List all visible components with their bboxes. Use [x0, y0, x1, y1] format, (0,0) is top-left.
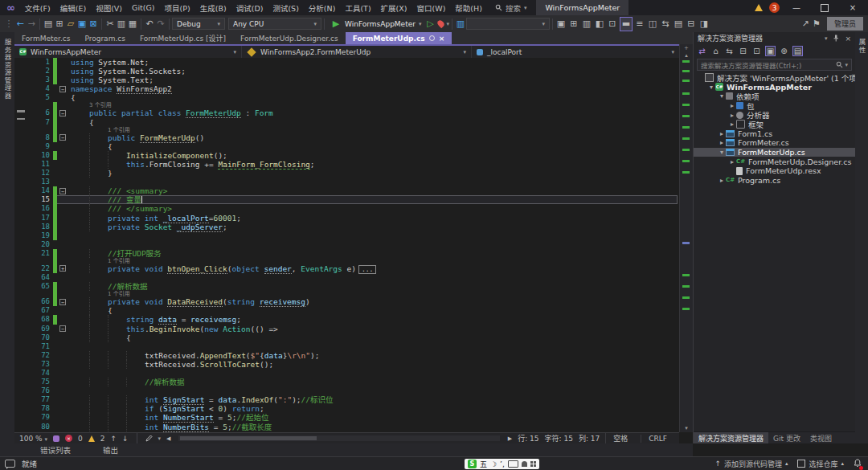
code-line[interactable]: 7{ [14, 118, 679, 127]
panel-tab[interactable]: 解决方案资源管理器 [694, 432, 768, 443]
code-line[interactable]: 71 [14, 342, 679, 351]
project-dropdown[interactable]: C# WinFormsAppMeter▾ [14, 46, 242, 58]
code-line[interactable]: 73txtReceived.ScrollToCaret(); [14, 360, 679, 369]
prev-issue-arrow[interactable]: ↑ [110, 435, 117, 443]
ime-menu-icon[interactable] [530, 461, 536, 467]
solution-search-box[interactable]: 搜索解决方案资源管理器(Ctrl+;) ▾ [697, 59, 852, 71]
tree-item[interactable]: ▸分析器 [694, 110, 855, 120]
editor-scrollbar[interactable]: + ▴ ▾ [679, 44, 693, 432]
hscroll-right-arrow[interactable]: ▶ [508, 435, 512, 442]
open-file-icon[interactable]: ▱ [65, 18, 76, 31]
notifications-bell[interactable] [854, 459, 862, 469]
zoom-level-dropdown[interactable]: 100 % ▾ [19, 435, 47, 443]
pencil-icon[interactable] [145, 435, 153, 442]
code-line[interactable]: 19 [14, 231, 679, 240]
feedback-icon[interactable]: ⚑ [811, 18, 822, 31]
refresh-icon[interactable]: ⊕ [779, 46, 789, 56]
code-line[interactable]: 21//打开UDP服务 [14, 249, 679, 258]
codelens-references[interactable]: 1 个引用 [108, 127, 130, 133]
navigate-back-icon[interactable]: ← [14, 18, 26, 31]
code-line[interactable]: 15/// 变量 [14, 195, 679, 204]
expander-icon[interactable]: ▾ [718, 149, 726, 156]
menu-item[interactable]: 调试(D) [231, 2, 268, 14]
panel-tab[interactable]: Git 更改 [768, 432, 805, 443]
search-box[interactable]: 搜索 ▾ [495, 2, 527, 14]
menu-item[interactable]: 编辑(E) [55, 2, 91, 14]
grip-handle[interactable]: ⋮ [3, 18, 14, 31]
code-line[interactable]: 80int NumberBits = 5;//截取长度 [14, 423, 679, 431]
code-line[interactable]: 8−public FormMeterUdp() [14, 133, 679, 142]
toolbar-icon[interactable]: ◫ [647, 18, 658, 31]
copy-icon[interactable]: ▥ [116, 18, 127, 31]
code-line[interactable]: 9{ [14, 142, 679, 151]
code-line[interactable]: 2using System.Net.Sockets; [14, 67, 679, 76]
solution-configuration-dropdown[interactable]: Debug▾ [172, 18, 225, 30]
fold-marker[interactable]: + [59, 265, 66, 272]
editor-tab[interactable]: FormMeter.cs [14, 32, 77, 44]
add-to-source-control-button[interactable]: ↑ 添加到源代码管理 ▴ [714, 459, 788, 469]
scroll-down-arrow[interactable]: ▾ [680, 425, 693, 431]
fold-marker[interactable]: − [59, 299, 66, 305]
toolbar-icon[interactable]: ▬ [620, 17, 633, 31]
indentation-indicator[interactable]: 空格 [605, 433, 635, 443]
restore-button[interactable] [821, 4, 829, 12]
code-line[interactable]: 74 [14, 369, 679, 378]
fold-marker[interactable]: − [59, 134, 66, 141]
account-icon[interactable] [522, 461, 527, 467]
expander-icon[interactable]: ▾ [718, 92, 726, 100]
code-line[interactable]: 6−public partial class FormMeterUdp : Fo… [14, 108, 679, 117]
share-icon[interactable]: ↗ [800, 18, 811, 31]
menu-item[interactable]: 扩展(X) [376, 2, 412, 14]
cut-icon[interactable]: ✂ [104, 18, 116, 31]
window-position-dropdown[interactable]: ▾ [825, 35, 828, 42]
code-line[interactable]: 66−private void DataReceived(string rece… [14, 297, 679, 306]
menu-item[interactable]: 项目(P) [160, 2, 195, 14]
sync-with-active-document-icon[interactable]: ⇆ [724, 46, 735, 56]
code-line[interactable]: 5{ [14, 93, 679, 102]
bottom-tab[interactable]: 错误列表 [40, 444, 71, 456]
warning-icon[interactable] [755, 4, 763, 11]
menu-item[interactable]: 窗口(W) [412, 2, 451, 14]
server-explorer-tab[interactable]: 服务器资源管理器 [2, 39, 12, 100]
code-line[interactable]: 64 [14, 273, 679, 282]
toolbar-icon[interactable]: ◧ [594, 18, 605, 31]
code-line[interactable]: 67{ [14, 306, 679, 315]
input-method-bar[interactable]: S 五 ☽ ’, [465, 459, 539, 469]
solution-platform-dropdown[interactable]: Any CPU▾ [228, 18, 321, 30]
code-line[interactable]: 14−/// <summary> [14, 186, 679, 195]
navigate-forward-icon[interactable]: → [26, 18, 37, 31]
code-line[interactable]: 17private int _localPort=60001; [14, 214, 679, 223]
code-line[interactable]: 18private Socket _udpServer; [14, 223, 679, 231]
redo-icon[interactable]: ↷ [155, 18, 166, 31]
preview-selected-items-icon[interactable]: ▤ [792, 46, 803, 56]
tree-item[interactable]: ▸Form1.cs [694, 129, 855, 139]
tree-item[interactable]: ▸包 [694, 101, 855, 111]
editor-tab[interactable]: FormMeterUdp.cs [设计] [133, 32, 233, 44]
save-all-icon[interactable]: ⊠ [88, 18, 99, 31]
code-line[interactable]: 4−namespace WinFormsApp2 [14, 84, 679, 93]
profiler-icon[interactable]: ▥ [455, 18, 466, 31]
select-repository-button[interactable]: 选择仓库 ▴ [797, 459, 844, 469]
toolbar-icon[interactable]: ≡ [634, 18, 645, 31]
toolbar-icon[interactable]: ◨ [698, 18, 710, 31]
toolbar-icon[interactable]: ▤ [673, 18, 684, 31]
tree-item[interactable]: ▸C#Program.cs [694, 176, 855, 186]
code-line[interactable]: 70{ [14, 333, 679, 342]
member-dropdown[interactable]: _localPort▾ [472, 46, 679, 58]
code-editor[interactable]: 1using System.Net;2using System.Net.Sock… [14, 58, 679, 432]
tree-item[interactable]: ▸C#FormMeterUdp.Designer.cs [694, 157, 855, 166]
line-indicator[interactable]: 行: 15 [518, 433, 538, 443]
menu-item[interactable]: 生成(B) [195, 2, 231, 14]
error-count[interactable]: 0 [78, 435, 83, 443]
code-line[interactable]: 12} [14, 169, 679, 178]
close-panel-icon[interactable]: × [845, 35, 851, 43]
undo-icon[interactable]: ↶ [144, 18, 155, 31]
menu-item[interactable]: 视图(V) [91, 2, 127, 14]
home-icon[interactable]: ⌂ [710, 46, 721, 56]
editor-tab[interactable]: FormMeterUdp.cs× [346, 32, 452, 44]
expander-icon[interactable]: ▸ [718, 177, 726, 184]
switch-views-icon[interactable]: ⇄ [697, 46, 707, 56]
code-line[interactable]: 76 [14, 386, 679, 395]
bottom-tab[interactable]: 输出 [103, 444, 118, 456]
pin-icon[interactable] [833, 35, 839, 42]
